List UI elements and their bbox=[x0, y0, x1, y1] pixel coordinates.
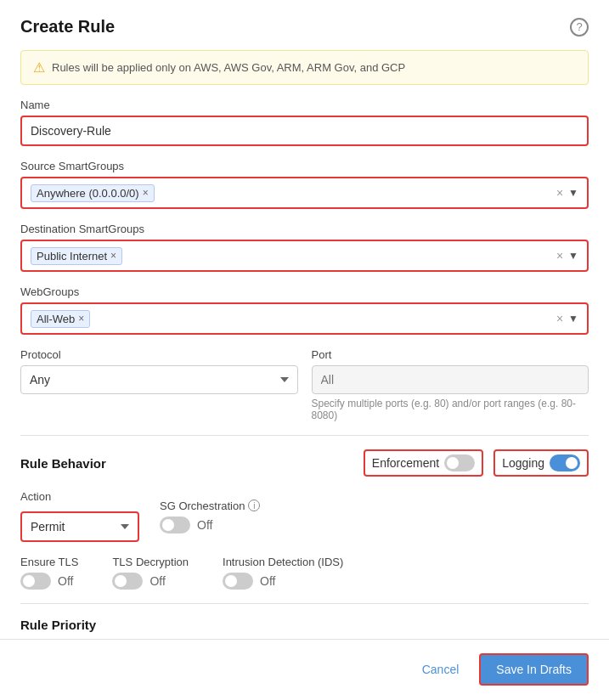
sg-orchestration-value-row: Off bbox=[160, 517, 260, 533]
name-group: Name bbox=[20, 99, 589, 146]
rule-priority-divider bbox=[20, 603, 589, 604]
intrusion-detection-col: Intrusion Detection (IDS) Off bbox=[223, 556, 343, 590]
webgroups-label: WebGroups bbox=[20, 285, 589, 298]
enforcement-toggle[interactable] bbox=[444, 454, 475, 471]
port-col: Port Specify multiple ports (e.g. 80) an… bbox=[312, 348, 589, 421]
source-tag-close[interactable]: × bbox=[143, 188, 149, 198]
port-input[interactable] bbox=[312, 365, 589, 394]
rule-priority-title: Rule Priority bbox=[20, 618, 589, 632]
ensure-tls-label: Ensure TLS bbox=[20, 556, 78, 568]
tls-decryption-off-text: Off bbox=[149, 574, 165, 588]
ensure-tls-toggle[interactable] bbox=[20, 573, 51, 590]
protocol-select[interactable]: Any TCP UDP ICMP bbox=[20, 365, 298, 394]
webgroups-clear-icon[interactable]: × bbox=[556, 312, 563, 325]
alert-message: Rules will be applied only on AWS, AWS G… bbox=[52, 61, 405, 74]
webgroups-tag-close[interactable]: × bbox=[78, 313, 84, 324]
source-controls: × ▼ bbox=[556, 186, 578, 200]
create-rule-modal: Create Rule ? ⚠ Rules will be applied on… bbox=[0, 0, 609, 700]
sg-orchestration-toggle[interactable] bbox=[160, 517, 190, 533]
webgroups-tag-all-web: All-Web × bbox=[31, 310, 90, 328]
tls-decryption-label: TLS Decryption bbox=[112, 556, 189, 568]
destination-chevron-icon[interactable]: ▼ bbox=[568, 250, 578, 262]
rule-behavior-title: Rule Behavior bbox=[20, 456, 106, 471]
source-tags-container: Anywhere (0.0.0.0/0) × bbox=[31, 184, 551, 202]
name-input[interactable] bbox=[20, 116, 589, 146]
tls-decryption-col: TLS Decryption Off bbox=[112, 556, 189, 590]
destination-controls: × ▼ bbox=[556, 249, 578, 262]
name-label: Name bbox=[20, 99, 589, 111]
webgroups-input[interactable]: All-Web × × ▼ bbox=[20, 302, 589, 335]
source-label: Source SmartGroups bbox=[20, 160, 589, 172]
source-clear-icon[interactable]: × bbox=[556, 186, 563, 200]
action-sg-row: Action Permit Deny Force Proxy SG Orches… bbox=[20, 490, 589, 542]
port-hint: Specify multiple ports (e.g. 80) and/or … bbox=[312, 398, 589, 421]
help-icon[interactable]: ? bbox=[570, 18, 589, 37]
protocol-label: Protocol bbox=[20, 348, 298, 361]
protocol-col: Protocol Any TCP UDP ICMP bbox=[20, 348, 298, 421]
source-chevron-icon[interactable]: ▼ bbox=[568, 187, 578, 199]
destination-smartgroups-group: Destination SmartGroups Public Internet … bbox=[20, 223, 589, 272]
form-body: Name Source SmartGroups Anywhere (0.0.0.… bbox=[0, 99, 609, 632]
enforcement-toggle-group: Enforcement bbox=[364, 449, 483, 477]
destination-tag-label: Public Internet bbox=[37, 250, 107, 262]
modal-footer: Cancel Save In Drafts bbox=[0, 639, 609, 699]
webgroups-tags-container: All-Web × bbox=[31, 310, 551, 328]
intrusion-detection-value-row: Off bbox=[223, 573, 343, 590]
ensure-tls-value-row: Off bbox=[20, 573, 78, 590]
source-tag-label: Anywhere (0.0.0.0/0) bbox=[37, 187, 139, 200]
sg-orchestration-info-icon[interactable]: i bbox=[248, 500, 260, 511]
ensure-tls-off-text: Off bbox=[58, 574, 73, 588]
intrusion-detection-slider bbox=[223, 573, 253, 590]
action-col: Action Permit Deny Force Proxy bbox=[20, 490, 139, 542]
action-select[interactable]: Permit Deny Force Proxy bbox=[20, 511, 139, 542]
webgroups-group: WebGroups All-Web × × ▼ bbox=[20, 285, 589, 335]
modal-title: Create Rule bbox=[20, 17, 115, 37]
webgroups-chevron-icon[interactable]: ▼ bbox=[568, 313, 578, 325]
intrusion-detection-label: Intrusion Detection (IDS) bbox=[223, 556, 343, 568]
logging-toggle[interactable] bbox=[550, 454, 580, 471]
section-divider bbox=[20, 435, 589, 436]
destination-tags-container: Public Internet × bbox=[31, 247, 551, 265]
ensure-tls-slider bbox=[20, 573, 51, 590]
sg-orchestration-slider bbox=[160, 517, 190, 533]
destination-tag-close[interactable]: × bbox=[110, 251, 116, 261]
sg-orchestration-off-text: Off bbox=[197, 518, 212, 532]
logging-toggle-group: Logging bbox=[493, 449, 589, 477]
save-in-drafts-button[interactable]: Save In Drafts bbox=[479, 653, 589, 686]
rule-behavior-controls: Enforcement Logging bbox=[364, 449, 589, 477]
tls-row: Ensure TLS Off TLS Decryption Off bbox=[20, 556, 589, 590]
intrusion-detection-toggle[interactable] bbox=[223, 573, 253, 590]
destination-tag-public-internet: Public Internet × bbox=[31, 247, 122, 265]
action-label: Action bbox=[20, 490, 139, 503]
modal-header: Create Rule ? bbox=[0, 0, 609, 50]
destination-clear-icon[interactable]: × bbox=[556, 249, 563, 262]
logging-label: Logging bbox=[502, 456, 544, 470]
enforcement-slider bbox=[444, 454, 475, 471]
cancel-button[interactable]: Cancel bbox=[412, 656, 470, 683]
webgroups-tag-label: All-Web bbox=[37, 313, 75, 325]
enforcement-label: Enforcement bbox=[372, 456, 439, 470]
logging-slider bbox=[550, 454, 580, 471]
intrusion-detection-off-text: Off bbox=[260, 574, 275, 588]
protocol-port-row: Protocol Any TCP UDP ICMP Port Specify m… bbox=[20, 348, 589, 421]
action-select-wrapper: Permit Deny Force Proxy bbox=[20, 511, 139, 542]
sg-orchestration-col: SG Orchestration i Off bbox=[160, 500, 260, 533]
sg-orchestration-label: SG Orchestration bbox=[160, 500, 245, 512]
webgroups-controls: × ▼ bbox=[556, 312, 578, 325]
port-label: Port bbox=[312, 348, 589, 361]
tls-decryption-toggle[interactable] bbox=[112, 573, 143, 590]
source-smartgroups-group: Source SmartGroups Anywhere (0.0.0.0/0) … bbox=[20, 160, 589, 209]
tls-decryption-slider bbox=[112, 573, 143, 590]
destination-label: Destination SmartGroups bbox=[20, 223, 589, 235]
ensure-tls-col: Ensure TLS Off bbox=[20, 556, 78, 590]
rule-behavior-row: Rule Behavior Enforcement Logging bbox=[20, 449, 589, 477]
destination-smartgroups-input[interactable]: Public Internet × × ▼ bbox=[20, 240, 589, 272]
warning-icon: ⚠ bbox=[33, 59, 45, 76]
protocol-select-wrapper: Any TCP UDP ICMP bbox=[20, 365, 298, 394]
alert-banner: ⚠ Rules will be applied only on AWS, AWS… bbox=[20, 50, 589, 85]
source-smartgroups-input[interactable]: Anywhere (0.0.0.0/0) × × ▼ bbox=[20, 177, 589, 209]
source-tag-anywhere: Anywhere (0.0.0.0/0) × bbox=[31, 184, 155, 202]
tls-decryption-value-row: Off bbox=[112, 573, 189, 590]
sg-orchestration-label-row: SG Orchestration i bbox=[160, 500, 260, 512]
